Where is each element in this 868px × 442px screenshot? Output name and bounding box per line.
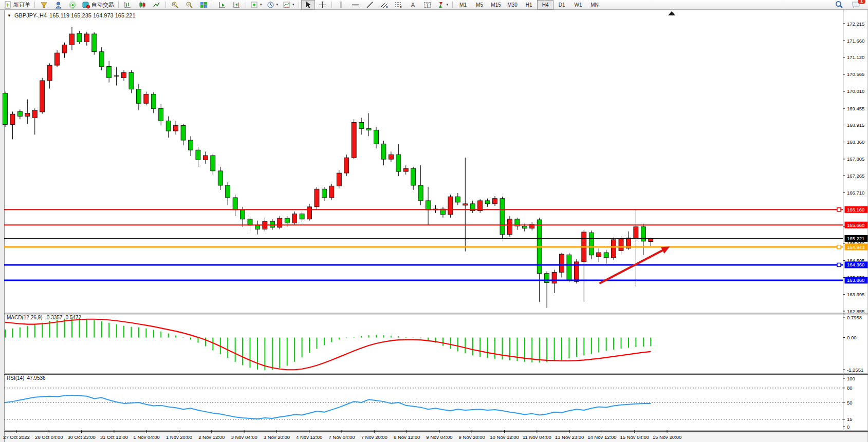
candle-body bbox=[396, 155, 401, 171]
rsi-axis-tick-label: 15 bbox=[847, 416, 853, 422]
candle-body bbox=[493, 199, 497, 204]
candle-body bbox=[77, 33, 82, 42]
candle-body bbox=[411, 168, 416, 185]
candle-body bbox=[507, 219, 512, 235]
candle-body bbox=[270, 221, 274, 227]
candle-body bbox=[40, 81, 45, 112]
zoom-out-button[interactable] bbox=[182, 0, 196, 10]
text-label-icon: T bbox=[423, 1, 431, 9]
candle-body bbox=[55, 53, 60, 65]
fibonacci-tool-button[interactable]: F bbox=[392, 0, 405, 10]
indicators-button[interactable]: ▾ bbox=[248, 0, 264, 10]
candle-body bbox=[114, 75, 119, 76]
candle-body bbox=[32, 110, 37, 118]
text-label-tool-button[interactable]: T bbox=[420, 0, 434, 10]
timeframe-h4-button[interactable]: H4 bbox=[537, 0, 553, 10]
chart-shift-button[interactable] bbox=[230, 0, 244, 10]
periods-button[interactable]: ▾ bbox=[265, 0, 281, 10]
templates-icon bbox=[283, 1, 290, 9]
candle-body bbox=[455, 197, 460, 202]
new-order-label: 新订单 bbox=[13, 1, 30, 9]
date-axis-label: 30 Oct 23:00 bbox=[67, 434, 95, 440]
search-button[interactable] bbox=[832, 0, 846, 10]
signals-button[interactable] bbox=[66, 0, 80, 10]
candle-body bbox=[159, 108, 163, 121]
candle-body bbox=[589, 233, 594, 255]
tile-windows-button[interactable] bbox=[197, 0, 211, 10]
macd-axis-tick-label: 0.00 bbox=[847, 335, 857, 340]
candle-body bbox=[181, 125, 186, 140]
timeframe-mn-button[interactable]: MN bbox=[586, 0, 603, 10]
trendline-icon bbox=[366, 1, 374, 9]
timeframe-m1-button[interactable]: M1 bbox=[455, 0, 471, 10]
chart-window[interactable]: 172.215171.660171.120170.565170.010169.4… bbox=[0, 0, 868, 442]
date-axis-label: 28 Oct 04:00 bbox=[35, 434, 63, 440]
cursor-button[interactable] bbox=[301, 0, 315, 10]
horizontal-line-tool-button[interactable] bbox=[348, 0, 362, 10]
candle-body bbox=[344, 158, 349, 173]
text-tool-button[interactable]: A bbox=[406, 0, 420, 10]
candle-body bbox=[337, 173, 341, 186]
date-axis-label: 27 Oct 2022 bbox=[3, 434, 30, 440]
price-axis-tick-label: 168.360 bbox=[847, 139, 864, 145]
timeframe-m30-button[interactable]: M30 bbox=[504, 0, 521, 10]
candle-body bbox=[248, 219, 252, 225]
dropdown-caret-icon: ▾ bbox=[447, 3, 449, 7]
horizontal-line-icon bbox=[352, 1, 359, 9]
price-level-handle[interactable] bbox=[837, 245, 841, 249]
svg-text:+: + bbox=[6, 2, 9, 9]
candle-body bbox=[352, 122, 356, 158]
price-axis-tick-label: 170.565 bbox=[847, 71, 864, 77]
candle-body bbox=[597, 253, 601, 257]
timeframe-w1-button[interactable]: W1 bbox=[570, 0, 586, 10]
candlestick-chart-button[interactable] bbox=[135, 0, 149, 10]
rsi-name: RSI(14) bbox=[7, 375, 24, 381]
date-axis-label: 15 Nov 04:00 bbox=[620, 434, 649, 440]
price-level-handle[interactable] bbox=[837, 208, 841, 212]
market-watch-button[interactable] bbox=[37, 0, 51, 10]
equidistant-channel-tool-button[interactable]: E bbox=[377, 0, 391, 10]
candle-body bbox=[166, 121, 171, 131]
auto-trading-label: 自动交易 bbox=[91, 1, 114, 9]
candle-body bbox=[92, 34, 97, 52]
chart-dropdown-icon[interactable]: ▼ bbox=[7, 13, 11, 18]
timeframe-m15-button[interactable]: M15 bbox=[488, 0, 504, 10]
date-axis-label: 2 Nov 12:00 bbox=[198, 434, 225, 440]
vertical-line-tool-button[interactable] bbox=[334, 0, 348, 10]
left-margin bbox=[0, 10, 4, 442]
notifications-button[interactable]: 1 bbox=[849, 0, 863, 10]
rsi-axis-tick-label: 0 bbox=[847, 424, 849, 430]
trendline-tool-button[interactable] bbox=[363, 0, 377, 10]
templates-button[interactable]: ▾ bbox=[281, 0, 297, 10]
rsi-label: RSI(14)47.9536 bbox=[7, 375, 46, 381]
arrows-icon bbox=[437, 1, 445, 9]
crosshair-button[interactable] bbox=[316, 0, 329, 10]
bar-chart-button[interactable] bbox=[121, 0, 135, 10]
zoom-in-button[interactable] bbox=[168, 0, 182, 10]
date-axis-label: 7 Nov 04:00 bbox=[328, 434, 355, 440]
candle-body bbox=[604, 253, 608, 258]
timeframe-d1-button[interactable]: D1 bbox=[553, 0, 570, 10]
candle-body bbox=[307, 207, 312, 219]
auto-trading-icon bbox=[82, 1, 90, 9]
candle-body bbox=[233, 198, 237, 210]
new-order-button[interactable]: + 新订单 bbox=[2, 0, 32, 10]
candle-body bbox=[612, 240, 616, 258]
line-chart-button[interactable] bbox=[150, 0, 163, 10]
navigator-button[interactable] bbox=[51, 0, 65, 10]
timeframe-m5-button[interactable]: M5 bbox=[471, 0, 488, 10]
candle-body bbox=[560, 254, 564, 272]
candle-body bbox=[47, 65, 52, 81]
fibonacci-icon: F bbox=[395, 1, 402, 9]
arrows-tool-button[interactable]: ▾ bbox=[435, 0, 451, 10]
auto-scroll-button[interactable] bbox=[215, 0, 229, 10]
auto-trading-button[interactable]: 自动交易 bbox=[80, 0, 116, 10]
candle-body bbox=[203, 156, 208, 160]
candle-body bbox=[403, 168, 408, 171]
timeframe-h1-button[interactable]: H1 bbox=[521, 0, 537, 10]
equidistant-channel-icon: E bbox=[380, 1, 388, 9]
candle-body bbox=[278, 218, 282, 227]
price-level-handle[interactable] bbox=[837, 263, 841, 266]
separator bbox=[34, 2, 35, 8]
separator bbox=[246, 2, 246, 8]
